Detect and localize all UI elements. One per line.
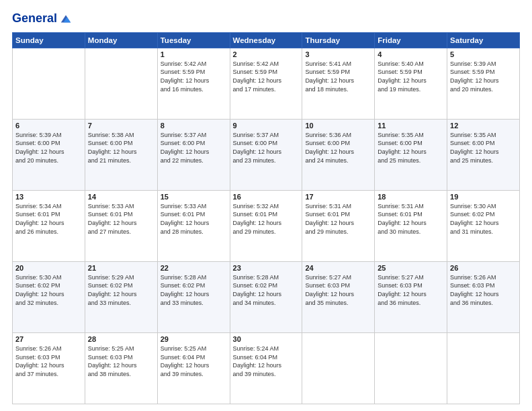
day-number: 10 <box>305 122 371 130</box>
day-info: Sunrise: 5:24 AM Sunset: 6:04 PM Dayligh… <box>233 345 300 378</box>
day-info: Sunrise: 5:27 AM Sunset: 6:03 PM Dayligh… <box>305 273 371 307</box>
day-number: 13 <box>15 193 82 201</box>
week-row-3: 13Sunrise: 5:34 AM Sunset: 6:01 PM Dayli… <box>13 190 520 261</box>
calendar-cell: 19Sunrise: 5:30 AM Sunset: 6:02 PM Dayli… <box>447 190 520 261</box>
day-number: 14 <box>88 193 154 201</box>
calendar-cell: 23Sunrise: 5:28 AM Sunset: 6:02 PM Dayli… <box>230 261 302 332</box>
day-number: 24 <box>305 264 371 272</box>
day-number: 19 <box>450 193 517 201</box>
calendar-cell: 18Sunrise: 5:31 AM Sunset: 6:01 PM Dayli… <box>375 190 447 261</box>
calendar-cell: 3Sunrise: 5:41 AM Sunset: 5:59 PM Daylig… <box>302 48 375 119</box>
calendar-cell: 6Sunrise: 5:39 AM Sunset: 6:00 PM Daylig… <box>13 119 85 190</box>
week-row-5: 27Sunrise: 5:26 AM Sunset: 6:03 PM Dayli… <box>13 332 520 404</box>
calendar-cell: 10Sunrise: 5:36 AM Sunset: 6:00 PM Dayli… <box>302 119 375 190</box>
calendar-cell <box>302 332 375 404</box>
weekday-header-monday: Monday <box>85 32 157 48</box>
day-number: 23 <box>233 264 300 272</box>
calendar-cell <box>447 332 520 404</box>
day-number: 12 <box>450 122 517 130</box>
logo-text: General <box>12 12 57 26</box>
day-number: 15 <box>161 193 227 201</box>
day-info: Sunrise: 5:39 AM Sunset: 6:00 PM Dayligh… <box>15 131 82 165</box>
weekday-header-friday: Friday <box>375 32 447 48</box>
day-number: 4 <box>378 50 444 58</box>
calendar-cell: 5Sunrise: 5:39 AM Sunset: 5:59 PM Daylig… <box>447 48 520 119</box>
day-number: 11 <box>378 122 444 130</box>
weekday-header-thursday: Thursday <box>302 32 375 48</box>
calendar-cell: 16Sunrise: 5:32 AM Sunset: 6:01 PM Dayli… <box>230 190 302 261</box>
day-number: 27 <box>15 335 82 343</box>
day-number: 1 <box>161 50 227 58</box>
day-number: 25 <box>378 264 444 272</box>
day-info: Sunrise: 5:35 AM Sunset: 6:00 PM Dayligh… <box>450 131 517 165</box>
day-info: Sunrise: 5:29 AM Sunset: 6:02 PM Dayligh… <box>88 273 154 307</box>
day-info: Sunrise: 5:31 AM Sunset: 6:01 PM Dayligh… <box>378 202 444 236</box>
day-info: Sunrise: 5:37 AM Sunset: 6:00 PM Dayligh… <box>233 131 300 165</box>
day-info: Sunrise: 5:30 AM Sunset: 6:02 PM Dayligh… <box>450 202 517 236</box>
day-number: 7 <box>88 122 154 130</box>
day-info: Sunrise: 5:27 AM Sunset: 6:03 PM Dayligh… <box>378 273 444 307</box>
day-info: Sunrise: 5:26 AM Sunset: 6:03 PM Dayligh… <box>450 273 517 307</box>
day-number: 6 <box>15 122 82 130</box>
calendar-cell: 17Sunrise: 5:31 AM Sunset: 6:01 PM Dayli… <box>302 190 375 261</box>
day-number: 5 <box>450 50 517 58</box>
weekday-header-wednesday: Wednesday <box>230 32 302 48</box>
day-info: Sunrise: 5:25 AM Sunset: 6:03 PM Dayligh… <box>88 345 154 378</box>
day-info: Sunrise: 5:28 AM Sunset: 6:02 PM Dayligh… <box>233 273 300 307</box>
day-number: 26 <box>450 264 517 272</box>
day-info: Sunrise: 5:32 AM Sunset: 6:01 PM Dayligh… <box>233 202 300 236</box>
calendar-cell <box>375 332 447 404</box>
day-number: 9 <box>233 122 300 130</box>
day-number: 28 <box>88 335 154 343</box>
day-number: 16 <box>233 193 300 201</box>
day-number: 29 <box>161 335 227 343</box>
calendar-cell: 21Sunrise: 5:29 AM Sunset: 6:02 PM Dayli… <box>85 261 157 332</box>
day-info: Sunrise: 5:35 AM Sunset: 6:00 PM Dayligh… <box>378 131 444 165</box>
weekday-header-tuesday: Tuesday <box>157 32 230 48</box>
calendar-cell: 30Sunrise: 5:24 AM Sunset: 6:04 PM Dayli… <box>230 332 302 404</box>
calendar-cell: 14Sunrise: 5:33 AM Sunset: 6:01 PM Dayli… <box>85 190 157 261</box>
day-info: Sunrise: 5:37 AM Sunset: 6:00 PM Dayligh… <box>161 131 227 165</box>
calendar-cell: 29Sunrise: 5:25 AM Sunset: 6:04 PM Dayli… <box>157 332 230 404</box>
logo-icon <box>60 13 72 25</box>
day-info: Sunrise: 5:38 AM Sunset: 6:00 PM Dayligh… <box>88 131 154 165</box>
day-info: Sunrise: 5:25 AM Sunset: 6:04 PM Dayligh… <box>161 345 227 378</box>
day-info: Sunrise: 5:39 AM Sunset: 5:59 PM Dayligh… <box>450 60 517 93</box>
calendar-cell: 15Sunrise: 5:33 AM Sunset: 6:01 PM Dayli… <box>157 190 230 261</box>
calendar-cell: 7Sunrise: 5:38 AM Sunset: 6:00 PM Daylig… <box>85 119 157 190</box>
calendar-cell: 1Sunrise: 5:42 AM Sunset: 5:59 PM Daylig… <box>157 48 230 119</box>
day-number: 18 <box>378 193 444 201</box>
logo: General <box>12 12 72 26</box>
day-info: Sunrise: 5:34 AM Sunset: 6:01 PM Dayligh… <box>15 202 82 236</box>
calendar: SundayMondayTuesdayWednesdayThursdayFrid… <box>12 32 520 404</box>
calendar-cell: 20Sunrise: 5:30 AM Sunset: 6:02 PM Dayli… <box>13 261 85 332</box>
calendar-cell: 8Sunrise: 5:37 AM Sunset: 6:00 PM Daylig… <box>157 119 230 190</box>
week-row-2: 6Sunrise: 5:39 AM Sunset: 6:00 PM Daylig… <box>13 119 520 190</box>
week-row-1: 1Sunrise: 5:42 AM Sunset: 5:59 PM Daylig… <box>13 48 520 119</box>
calendar-cell: 27Sunrise: 5:26 AM Sunset: 6:03 PM Dayli… <box>13 332 85 404</box>
calendar-cell: 26Sunrise: 5:26 AM Sunset: 6:03 PM Dayli… <box>447 261 520 332</box>
day-info: Sunrise: 5:42 AM Sunset: 5:59 PM Dayligh… <box>233 60 300 93</box>
calendar-cell: 28Sunrise: 5:25 AM Sunset: 6:03 PM Dayli… <box>85 332 157 404</box>
day-number: 3 <box>305 50 371 58</box>
calendar-cell: 9Sunrise: 5:37 AM Sunset: 6:00 PM Daylig… <box>230 119 302 190</box>
calendar-cell: 13Sunrise: 5:34 AM Sunset: 6:01 PM Dayli… <box>13 190 85 261</box>
calendar-cell: 22Sunrise: 5:28 AM Sunset: 6:02 PM Dayli… <box>157 261 230 332</box>
calendar-cell: 24Sunrise: 5:27 AM Sunset: 6:03 PM Dayli… <box>302 261 375 332</box>
day-number: 22 <box>161 264 227 272</box>
weekday-header-row: SundayMondayTuesdayWednesdayThursdayFrid… <box>13 32 520 48</box>
day-info: Sunrise: 5:33 AM Sunset: 6:01 PM Dayligh… <box>88 202 154 236</box>
day-info: Sunrise: 5:31 AM Sunset: 6:01 PM Dayligh… <box>305 202 371 236</box>
day-info: Sunrise: 5:36 AM Sunset: 6:00 PM Dayligh… <box>305 131 371 165</box>
day-number: 8 <box>161 122 227 130</box>
calendar-cell: 11Sunrise: 5:35 AM Sunset: 6:00 PM Dayli… <box>375 119 447 190</box>
calendar-cell <box>85 48 157 119</box>
week-row-4: 20Sunrise: 5:30 AM Sunset: 6:02 PM Dayli… <box>13 261 520 332</box>
day-number: 17 <box>305 193 371 201</box>
calendar-cell: 4Sunrise: 5:40 AM Sunset: 5:59 PM Daylig… <box>375 48 447 119</box>
day-number: 21 <box>88 264 154 272</box>
day-info: Sunrise: 5:42 AM Sunset: 5:59 PM Dayligh… <box>161 60 227 93</box>
day-info: Sunrise: 5:28 AM Sunset: 6:02 PM Dayligh… <box>161 273 227 307</box>
day-info: Sunrise: 5:26 AM Sunset: 6:03 PM Dayligh… <box>15 345 82 378</box>
calendar-cell: 25Sunrise: 5:27 AM Sunset: 6:03 PM Dayli… <box>375 261 447 332</box>
